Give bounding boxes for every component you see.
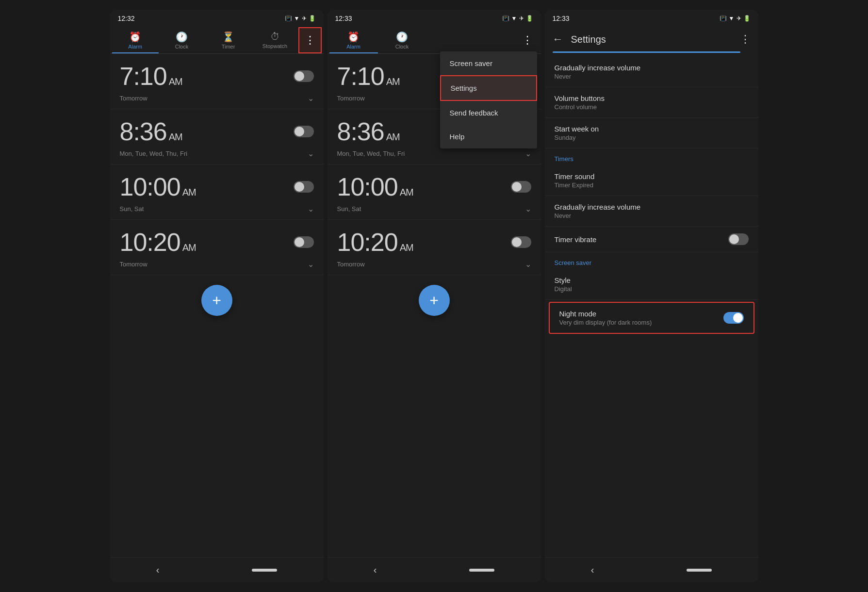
wifi-icon-3: ▼	[729, 15, 735, 22]
tab-alarm-1[interactable]: ⏰ Alarm	[112, 27, 159, 53]
home-indicator-3[interactable]	[687, 569, 712, 572]
tab-stopwatch-label-1: Stopwatch	[262, 43, 287, 49]
bottom-nav-1: ‹	[110, 557, 324, 582]
alarm-days-1[interactable]: Mon, Tue, Wed, Thu, Fri ⌄	[120, 146, 314, 160]
settings-gradually-increase-volume[interactable]: Gradually increase volume Never	[545, 57, 758, 87]
add-alarm-button-1[interactable]: +	[201, 285, 232, 316]
settings-timer-vibrate-info: Timer vibrate	[555, 235, 597, 244]
settings-header: ← Settings ⋮	[545, 27, 758, 51]
dropdown-screen-saver[interactable]: Screen saver	[440, 51, 537, 75]
alarm-top-3: 10:20AM	[120, 228, 314, 257]
tab-bar-1: ⏰ Alarm 🕐 Clock ⏳ Timer ⏱ Stopwatch ⋮	[110, 27, 324, 54]
alarm-ampm-3: AM	[182, 242, 196, 253]
back-button-3[interactable]: ‹	[591, 564, 594, 576]
tab-alarm-2[interactable]: ⏰ Alarm	[329, 27, 378, 53]
chevron-2-1: ⌄	[525, 149, 531, 158]
fab-container-1: +	[110, 275, 324, 326]
more-button-1[interactable]: ⋮	[298, 27, 322, 53]
battery-icon: 🔋	[309, 15, 316, 22]
settings-more-button[interactable]: ⋮	[740, 33, 751, 46]
home-indicator-2[interactable]	[469, 569, 494, 572]
settings-volume-buttons[interactable]: Volume buttons Control volume	[545, 87, 758, 118]
toggle-knob-2-3	[512, 237, 522, 247]
clock-icon-2: 🕐	[396, 31, 408, 43]
status-time-2: 12:33	[335, 15, 352, 22]
home-indicator-1[interactable]	[252, 569, 277, 572]
alarm-icon-2: ⏰	[347, 31, 360, 43]
status-bar-3: 12:33 📳 ▼ ✈ 🔋	[545, 10, 758, 27]
back-button-2[interactable]: ‹	[374, 564, 377, 576]
dropdown-help[interactable]: Help	[440, 125, 537, 148]
status-icons-3: 📳 ▼ ✈ 🔋	[720, 15, 751, 22]
alarm-icon-1: ⏰	[129, 31, 141, 43]
settings-timer-sound-title: Timer sound	[555, 172, 749, 181]
settings-night-mode[interactable]: Night mode Very dim display (for dark ro…	[550, 303, 753, 333]
alarm-top-2: 10:00AM	[120, 172, 314, 201]
add-alarm-button-2[interactable]: +	[419, 285, 450, 316]
screensaver-section-label: Screen saver	[545, 252, 758, 269]
airplane-icon-2: ✈	[519, 15, 524, 22]
alarm-days-2[interactable]: Sun, Sat ⌄	[120, 201, 314, 215]
settings-start-week-on[interactable]: Start week on Sunday	[545, 118, 758, 148]
tab-stopwatch-1[interactable]: ⏱ Stopwatch	[252, 27, 298, 53]
alarm-days-3[interactable]: Tomorrow ⌄	[120, 257, 314, 271]
dropdown-send-feedback[interactable]: Send feedback	[440, 101, 537, 125]
alarm-days-2-2[interactable]: Sun, Sat ⌄	[337, 201, 531, 215]
settings-night-mode-sub: Very dim display (for dark rooms)	[559, 319, 652, 326]
settings-timer-vibrate-title: Timer vibrate	[555, 235, 597, 244]
chevron-2-3: ⌄	[525, 260, 531, 269]
alarm-days-label-1: Mon, Tue, Wed, Thu, Fri	[120, 150, 188, 157]
settings-back-button[interactable]: ←	[553, 33, 563, 46]
alarm-toggle-3[interactable]	[294, 236, 314, 248]
settings-timer-gradually[interactable]: Gradually increase volume Never	[545, 196, 758, 227]
vibrate-icon-3: 📳	[720, 15, 727, 22]
phone-2: 12:33 📳 ▼ ✈ 🔋 ⏰ Alarm 🕐 Clock ⋮ 7:10AM	[328, 10, 541, 582]
alarm-time-3: 10:20AM	[120, 228, 196, 257]
alarm-top-2-2: 10:00AM	[337, 172, 531, 201]
alarm-ampm-2: AM	[182, 187, 196, 197]
settings-volume-buttons-title: Volume buttons	[555, 94, 749, 102]
alarm-toggle-2-2[interactable]	[511, 181, 531, 193]
alarm-days-label-3: Tomorrow	[120, 261, 147, 268]
alarm-days-0[interactable]: Tomorrow ⌄	[120, 91, 314, 105]
alarm-ampm-2-2: AM	[400, 187, 413, 197]
timers-section-label: Timers	[545, 148, 758, 165]
settings-start-week-on-sub: Sunday	[555, 134, 749, 141]
night-mode-highlighted-container: Night mode Very dim display (for dark ro…	[549, 302, 754, 334]
more-button-2[interactable]: ⋮	[516, 27, 539, 53]
back-button-1[interactable]: ‹	[156, 564, 160, 576]
stopwatch-icon-1: ⏱	[270, 31, 280, 42]
settings-style-sub: Digital	[555, 285, 749, 293]
tab-alarm-label-2: Alarm	[346, 44, 360, 49]
alarm-top-1: 8:36AM	[120, 117, 314, 146]
settings-gradually-increase-volume-title: Gradually increase volume	[555, 64, 749, 72]
vibrate-icon: 📳	[285, 15, 292, 22]
battery-icon-3: 🔋	[743, 15, 751, 22]
alarm-item-1: 8:36AM Mon, Tue, Wed, Thu, Fri ⌄	[110, 109, 324, 164]
alarm-top-2-3: 10:20AM	[337, 228, 531, 257]
settings-timer-sound[interactable]: Timer sound Timer Expired	[545, 165, 758, 196]
night-mode-toggle[interactable]	[723, 312, 744, 324]
alarm-toggle-2[interactable]	[294, 181, 314, 193]
alarm-days-label-0: Tomorrow	[120, 95, 147, 102]
alarm-toggle-2-3[interactable]	[511, 236, 531, 248]
alarm-toggle-0[interactable]	[294, 70, 314, 82]
alarm-toggle-1[interactable]	[294, 126, 314, 137]
alarm-days-2-3[interactable]: Tomorrow ⌄	[337, 257, 531, 271]
settings-timer-vibrate[interactable]: Timer vibrate	[545, 227, 758, 252]
alarm-time-0: 7:10AM	[120, 62, 182, 91]
tab-clock-1[interactable]: 🕐 Clock	[159, 27, 205, 53]
dropdown-settings[interactable]: Settings	[440, 75, 537, 101]
settings-style[interactable]: Style Digital	[545, 269, 758, 300]
settings-gradually-increase-volume-sub: Never	[555, 73, 749, 80]
chevron-3: ⌄	[308, 260, 314, 269]
tab-clock-label-2: Clock	[395, 44, 409, 49]
dropdown-menu-2: Screen saver Settings Send feedback Help	[440, 51, 537, 148]
settings-start-week-on-title: Start week on	[555, 125, 749, 133]
status-time-3: 12:33	[553, 15, 570, 22]
tab-clock-2[interactable]: 🕐 Clock	[378, 27, 426, 53]
bottom-nav-3: ‹	[545, 557, 758, 582]
alarm-days-label-2-1: Mon, Tue, Wed, Thu, Fri	[337, 150, 405, 157]
tab-timer-1[interactable]: ⏳ Timer	[205, 27, 252, 53]
timer-vibrate-toggle[interactable]	[728, 233, 749, 245]
